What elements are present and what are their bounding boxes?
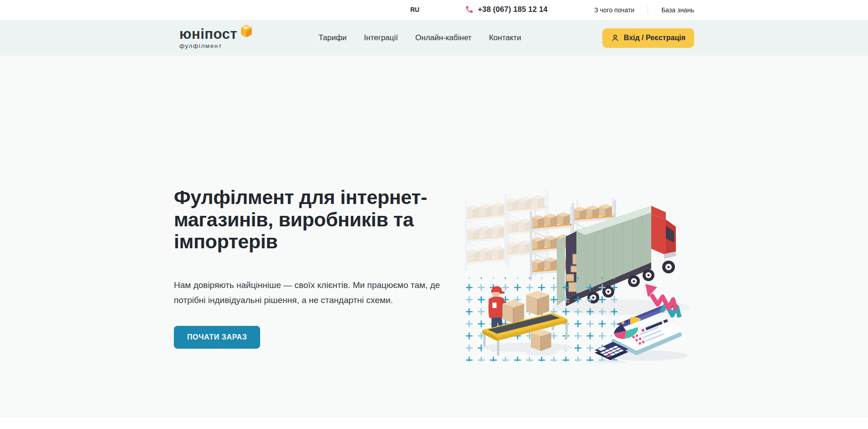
user-icon	[611, 34, 619, 42]
hero-section: Фулфілмент для інтернет-магазинів, вироб…	[0, 56, 868, 418]
header: юніпост фулфілмент Тарифи Інтеграції Онл…	[0, 20, 868, 56]
login-register-label: Вхід / Реєстрація	[624, 34, 685, 42]
bottom-strip	[0, 418, 868, 429]
hero-description: Нам довіряють найцінніше — своїх клієнті…	[174, 277, 466, 308]
page-title: Фулфілмент для інтернет-магазинів, вироб…	[174, 56, 475, 253]
link-knowledge-base[interactable]: База знань	[661, 6, 694, 14]
phone-icon	[465, 5, 474, 14]
topbar-links: З чого почати База знань	[594, 5, 694, 14]
language-toggle[interactable]: RU	[410, 6, 419, 13]
logo-tagline: фулфілмент	[179, 42, 252, 49]
nav-item-integrations[interactable]: Інтеграції	[364, 33, 398, 42]
login-register-button[interactable]: Вхід / Реєстрація	[602, 28, 694, 48]
cube-icon	[241, 24, 252, 38]
divider	[648, 5, 648, 14]
hero-illustration	[463, 185, 691, 363]
topbar: RU +38 (067) 185 12 14 З чого почати Баз…	[0, 0, 868, 20]
link-get-started[interactable]: З чого почати	[594, 6, 634, 14]
nav-item-contacts[interactable]: Контакти	[489, 33, 521, 42]
start-now-button[interactable]: ПОЧАТИ ЗАРАЗ	[174, 326, 260, 349]
phone-number: +38 (067) 185 12 14	[478, 5, 548, 14]
logo-title: юніпост	[179, 27, 237, 41]
main-nav: Тарифи Інтеграції Онлайн-кабінет Контакт…	[319, 33, 521, 42]
nav-item-tariffs[interactable]: Тарифи	[319, 33, 347, 42]
nav-item-cabinet[interactable]: Онлайн-кабінет	[415, 33, 471, 42]
phone-link[interactable]: +38 (067) 185 12 14	[465, 5, 548, 14]
logo[interactable]: юніпост фулфілмент	[179, 27, 252, 49]
